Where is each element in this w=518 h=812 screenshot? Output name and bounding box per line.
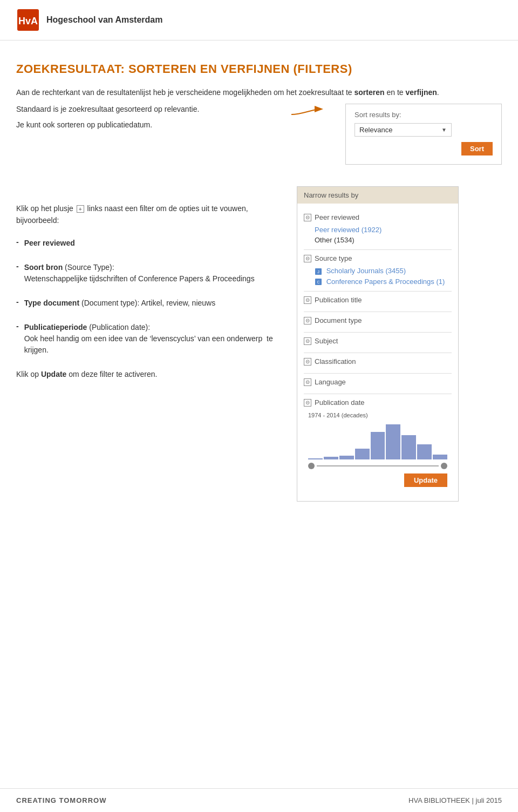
header: HvA Hogeschool van Amsterdam: [0, 0, 518, 40]
slider-track: [317, 465, 439, 466]
filter-intro-text: Klik op het plusje + links naast een fil…: [16, 202, 275, 227]
filter-peer-reviewed-label: Peer reviewed: [24, 239, 75, 247]
filter-publicatieperiode-text: Publicatieperiode (Publication date): Oo…: [24, 322, 275, 356]
narrow-panel-body: ⊝ Peer reviewed Peer reviewed (1922) Oth…: [297, 204, 458, 501]
filter-option-other: Other (1534): [304, 235, 452, 245]
sort-button[interactable]: Sort: [461, 142, 493, 155]
bar-chart-bar: [371, 432, 385, 459]
two-col-layout: Klik op het plusje + links naast een fil…: [16, 186, 502, 502]
bar-chart-bar: [401, 435, 416, 459]
sort-select-row: Relevance ▼: [355, 123, 493, 137]
scholarly-journals-link[interactable]: Scholarly Journals (3455): [326, 267, 406, 275]
filter-group-language-title[interactable]: ⊝ Language: [304, 378, 452, 386]
filter-item-publicatieperiode: - Publicatieperiode (Publication date): …: [16, 322, 275, 356]
filter-soort-bron-text: Soort bron (Source Type): Wetenschappeli…: [24, 262, 255, 285]
filter-group-subject-title[interactable]: ⊝ Subject: [304, 337, 452, 345]
filter-group-peer-reviewed-title[interactable]: ⊝ Peer reviewed: [304, 213, 452, 221]
sort-arrow-container: Standaard is je zoekresultaat gesorteerd…: [16, 104, 502, 165]
right-column: Narrow results by ⊝ Peer reviewed Peer r…: [297, 186, 502, 502]
page-title: ZOEKRESULTAAT: SORTEREN EN VERFIJNEN (FI…: [16, 62, 502, 76]
svg-text:C: C: [317, 280, 319, 284]
bar-chart-label: 1974 - 2014 (decades): [308, 412, 447, 418]
intro-paragraph-1: Aan de rechterkant van de resultatenlijs…: [16, 87, 502, 98]
expand-subject-icon[interactable]: ⊝: [304, 337, 311, 345]
filter-item-peer-reviewed: - Peer reviewed: [16, 238, 275, 249]
filter-type-document-label: Type document: [24, 299, 79, 307]
bar-chart-bar: [339, 456, 354, 459]
narrow-panel: Narrow results by ⊝ Peer reviewed Peer r…: [297, 186, 459, 502]
conference-papers-link[interactable]: Conference Papers & Proceedings (1): [326, 278, 445, 286]
filter-dash-2: -: [16, 262, 19, 270]
sort-section: Standaard is je zoekresultaat gesorteerd…: [16, 104, 502, 165]
filter-group-classification-label: Classification: [315, 357, 356, 366]
filter-group-classification: ⊝ Classification: [304, 353, 452, 374]
filter-group-subject: ⊝ Subject: [304, 333, 452, 353]
filter-group-subject-label: Subject: [315, 337, 338, 345]
expand-document-type-icon[interactable]: ⊝: [304, 317, 311, 324]
expand-peer-reviewed-icon[interactable]: ⊝: [304, 214, 311, 221]
filter-group-publication-date: ⊝ Publication date 1974 - 2014 (decades): [304, 394, 452, 496]
filter-group-publication-date-label: Publication date: [315, 398, 365, 407]
filter-group-document-type: ⊝ Document type: [304, 312, 452, 333]
filter-peer-reviewed-text: Peer reviewed: [24, 238, 75, 249]
bar-chart: [308, 422, 447, 459]
filter-group-classification-title[interactable]: ⊝ Classification: [304, 357, 452, 366]
other-label: Other (1534): [315, 236, 355, 244]
sort-select-value: Relevance: [359, 126, 392, 134]
bar-chart-bar: [386, 424, 400, 459]
filter-option-peer-reviewed-yes[interactable]: Peer reviewed (1922): [304, 225, 452, 235]
scholarly-journals-icon: J: [315, 268, 322, 275]
logo-text: Hogeschool van Amsterdam: [46, 15, 162, 25]
slider-row[interactable]: [308, 463, 447, 469]
expand-publication-title-icon[interactable]: ⊝: [304, 296, 311, 304]
filter-group-source-type-label: Source type: [315, 254, 352, 262]
filter-publicatieperiode-detail: Ook heel handig om een idee van de ‘leve…: [24, 334, 273, 354]
update-button[interactable]: Update: [404, 473, 447, 487]
filter-group-language-label: Language: [315, 378, 346, 386]
chevron-down-icon: ▼: [441, 127, 447, 133]
expand-publication-date-icon[interactable]: ⊝: [304, 399, 311, 407]
bar-chart-bar: [355, 449, 370, 459]
intro-paragraph-3: Je kunt ook sorteren op publicatiedatum.: [16, 119, 286, 131]
filter-soort-bron-detail: Wetenschappelijke tijdschriften of Confe…: [24, 274, 255, 283]
filter-option-scholarly-journals[interactable]: J Scholarly Journals (3455): [304, 266, 452, 276]
filter-dash-4: -: [16, 322, 19, 330]
sort-description: Standaard is je zoekresultaat gesorteerd…: [16, 104, 286, 135]
filter-group-peer-reviewed: ⊝ Peer reviewed Peer reviewed (1922) Oth…: [304, 209, 452, 250]
footer-right-text: HVA BIBLIOTHEEK | juli 2015: [408, 796, 502, 804]
slider-left-handle[interactable]: [308, 463, 315, 469]
sort-select-dropdown[interactable]: Relevance ▼: [355, 123, 452, 137]
sort-box: Sort results by: Relevance ▼ Sort: [345, 104, 502, 165]
filter-dash-3: -: [16, 297, 19, 306]
filter-option-conference-papers[interactable]: C Conference Papers & Proceedings (1): [304, 276, 452, 287]
bar-chart-bar: [324, 457, 338, 459]
filter-item-soort-bron: - Soort bron (Source Type): Wetenschappe…: [16, 262, 275, 285]
filter-group-language: ⊝ Language: [304, 374, 452, 394]
filter-section: Klik op het plusje + links naast een fil…: [16, 202, 275, 380]
svg-text:HvA: HvA: [18, 16, 38, 26]
filter-group-source-type: ⊝ Source type J Scholarly Journals (3455…: [304, 250, 452, 292]
conference-papers-icon: C: [315, 278, 322, 286]
filter-group-publication-title-title[interactable]: ⊝ Publication title: [304, 296, 452, 304]
expand-source-type-icon[interactable]: ⊝: [304, 255, 311, 262]
expand-language-icon[interactable]: ⊝: [304, 378, 311, 386]
footer: CREATING TOMORROW HVA BIBLIOTHEEK | juli…: [0, 788, 518, 812]
peer-reviewed-link[interactable]: Peer reviewed (1922): [315, 226, 381, 234]
sort-box-title: Sort results by:: [355, 111, 493, 119]
filter-group-peer-reviewed-label: Peer reviewed: [315, 213, 359, 221]
filter-dash-1: -: [16, 238, 19, 246]
filter-type-document-text: Type document (Document type): Artikel, …: [24, 297, 216, 309]
intro-paragraph-2: Standaard is je zoekresultaat gesorteerd…: [16, 104, 286, 115]
filter-soort-bron-label: Soort bron: [24, 263, 63, 272]
filter-group-publication-title-label: Publication title: [315, 296, 362, 304]
filter-group-document-type-title[interactable]: ⊝ Document type: [304, 316, 452, 324]
expand-classification-icon[interactable]: ⊝: [304, 358, 311, 366]
filter-group-source-type-title[interactable]: ⊝ Source type: [304, 254, 452, 262]
filter-publicatieperiode-label: Publicatieperiode: [24, 323, 87, 331]
slider-right-handle[interactable]: [441, 463, 447, 469]
bar-chart-bar: [308, 458, 323, 459]
plus-icon: +: [77, 205, 84, 213]
filter-item-type-document: - Type document (Document type): Artikel…: [16, 297, 275, 309]
filter-group-publication-title: ⊝ Publication title: [304, 292, 452, 312]
filter-group-publication-date-title[interactable]: ⊝ Publication date: [304, 398, 452, 407]
